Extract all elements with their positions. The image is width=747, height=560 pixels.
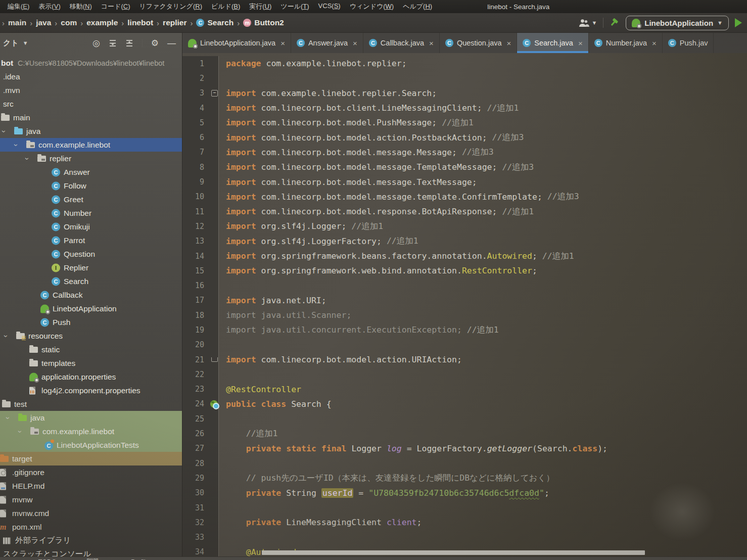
tree-item-mvnw-cmd[interactable]: mvnw.cmd bbox=[0, 506, 182, 520]
breadcrumb-item-button2[interactable]: mButton2 bbox=[243, 18, 284, 27]
breadcrumb-item-replier[interactable]: replier bbox=[163, 18, 186, 27]
breadcrumb-item-linebot[interactable]: linebot bbox=[127, 18, 153, 27]
tree-item-replier[interactable]: ›replier bbox=[0, 152, 182, 165]
close-icon[interactable]: × bbox=[507, 39, 511, 48]
menu-item-e[interactable]: 編集(E) bbox=[3, 2, 34, 11]
tree-item-src[interactable]: src bbox=[0, 97, 182, 111]
tree-item--[interactable]: スクラッチとコンソール bbox=[0, 547, 182, 556]
tree-item-java[interactable]: ›java bbox=[0, 124, 182, 138]
tree-item-callback[interactable]: CCallback bbox=[0, 288, 182, 302]
settings-icon[interactable]: ⚙ bbox=[151, 39, 159, 48]
menu-item-n[interactable]: 移動(N) bbox=[65, 2, 97, 11]
tree-item-push[interactable]: CPush bbox=[0, 315, 182, 329]
tree-item-java[interactable]: ›java bbox=[0, 411, 182, 425]
tree-item-main[interactable]: main bbox=[0, 111, 182, 124]
statusbar-item-profiler[interactable]: ◉Profiler bbox=[122, 557, 151, 560]
menu-item-t[interactable]: ツール(T) bbox=[276, 2, 313, 11]
chevron-expanded-icon[interactable]: › bbox=[0, 130, 8, 132]
tab-linebotapplication-java[interactable]: LinebotApplication.java× bbox=[182, 33, 291, 53]
expand-all-icon[interactable] bbox=[109, 39, 117, 47]
breadcrumb-item-java[interactable]: java bbox=[36, 18, 51, 27]
horizontal-scrollbar[interactable] bbox=[262, 550, 645, 555]
spring-bean-gutter-icon[interactable] bbox=[210, 400, 218, 408]
project-root-row[interactable]: botC:¥Users¥81805¥Downloads¥linebot¥line… bbox=[0, 56, 182, 70]
tree-item-linebotapplicationtests[interactable]: CLinebotApplicationTests bbox=[0, 438, 182, 452]
menu-item-w[interactable]: ウィンドウ(W) bbox=[345, 2, 398, 11]
chevron-expanded-icon[interactable]: › bbox=[16, 430, 24, 433]
tree-item-greet[interactable]: CGreet bbox=[0, 193, 182, 206]
tab-answer-java[interactable]: CAnswer.java× bbox=[291, 33, 363, 53]
statusbar-item[interactable]: ♦ bbox=[230, 557, 233, 560]
menu-item-r[interactable]: リファクタリング(R) bbox=[134, 2, 207, 11]
menu-item-b[interactable]: ビルド(B) bbox=[207, 2, 245, 11]
tree-item-resources[interactable]: ›resources bbox=[0, 329, 182, 343]
tree-item-static[interactable]: static bbox=[0, 343, 182, 356]
menu-item-v[interactable]: 表示(V) bbox=[34, 2, 65, 11]
tab-search-java[interactable]: CSearch.java× bbox=[517, 33, 588, 53]
user-icon[interactable]: ▼ bbox=[579, 19, 597, 27]
tree-item-application-properties[interactable]: application.properties bbox=[0, 370, 182, 384]
close-icon[interactable]: × bbox=[429, 39, 434, 48]
breadcrumb-item-main[interactable]: main bbox=[8, 18, 26, 27]
tree-item--idea[interactable]: .idea bbox=[0, 70, 182, 83]
tree-item-search[interactable]: CSearch bbox=[0, 274, 182, 288]
tree-item-follow[interactable]: CFollow bbox=[0, 179, 182, 193]
tree-item-mvnw[interactable]: mvnw bbox=[0, 493, 182, 506]
tab-callback-java[interactable]: CCallback.java× bbox=[363, 33, 440, 53]
tree-item--gitignore[interactable]: .gitignore bbox=[0, 465, 182, 479]
tab-push-jav[interactable]: CPush.jav bbox=[663, 33, 714, 53]
close-icon[interactable]: × bbox=[578, 39, 583, 48]
tree-item--[interactable]: 外部ライブラリ bbox=[0, 534, 182, 547]
fold-end-icon[interactable] bbox=[211, 357, 218, 362]
breadcrumb-item-example[interactable]: example bbox=[86, 18, 118, 27]
project-panel-title[interactable]: クト ▼ bbox=[3, 38, 28, 48]
hide-panel-icon[interactable]: — bbox=[167, 39, 176, 48]
tree-item-pom-xml[interactable]: mpom.xml bbox=[0, 520, 182, 534]
code-text: import com.linecorp.bot.model.action.Pos… bbox=[219, 130, 524, 145]
tree-item-com-example-linebot[interactable]: ›com.example.linebot bbox=[0, 425, 182, 438]
close-icon[interactable]: × bbox=[652, 39, 657, 48]
close-icon[interactable]: × bbox=[281, 39, 285, 48]
statusbar-item-問題[interactable]: ●問題 bbox=[80, 557, 100, 560]
tree-item-target[interactable]: target bbox=[0, 452, 182, 465]
breadcrumb-item-com[interactable]: com bbox=[61, 18, 77, 27]
collapse-all-icon[interactable] bbox=[125, 39, 133, 47]
chevron-expanded-icon[interactable]: › bbox=[4, 416, 12, 419]
tree-item-help-md[interactable]: HELP.md bbox=[0, 479, 182, 493]
fold-collapse-icon[interactable]: − bbox=[211, 90, 218, 97]
tree-item-replier[interactable]: IReplier bbox=[0, 261, 182, 274]
tree-item-number[interactable]: CNumber bbox=[0, 206, 182, 220]
statusbar-item[interactable]: ↑ bbox=[174, 557, 177, 560]
breadcrumb-item-search[interactable]: CSearch bbox=[196, 18, 234, 27]
tree-item-omikuji[interactable]: COmikuji bbox=[0, 220, 182, 234]
statusbar-item-todo[interactable]: ≡TODO bbox=[31, 557, 56, 560]
menu-item-c[interactable]: コード(C) bbox=[97, 2, 135, 11]
tree-item-templates[interactable]: templates bbox=[0, 356, 182, 370]
statusbar-item[interactable]: ▣ bbox=[201, 557, 207, 560]
run-controls: ▼ LinebotApplication ▼ bbox=[579, 16, 747, 30]
chevron-expanded-icon[interactable]: › bbox=[12, 144, 20, 146]
menu-item-u[interactable]: 実行(U) bbox=[245, 2, 276, 11]
run-icon[interactable] bbox=[735, 18, 742, 27]
code-text bbox=[219, 530, 226, 545]
tree-item-parrot[interactable]: CParrot bbox=[0, 234, 182, 247]
tree-item-label: Parrot bbox=[64, 236, 85, 245]
tree-item-test[interactable]: test bbox=[0, 397, 182, 411]
tree-item-log4j2-component-properties[interactable]: log4j2.component.properties bbox=[0, 384, 182, 397]
chevron-expanded-icon[interactable]: › bbox=[2, 335, 10, 337]
menu-item-h[interactable]: ヘルプ(H) bbox=[398, 2, 437, 11]
statusbar-item[interactable]: ▪ bbox=[6, 557, 8, 560]
tree-item--mvn[interactable]: .mvn bbox=[0, 83, 182, 97]
tab-question-java[interactable]: CQuestion.java× bbox=[440, 33, 517, 53]
build-hammer-icon[interactable] bbox=[610, 18, 620, 28]
close-icon[interactable]: × bbox=[353, 39, 357, 48]
tree-item-linebotapplication[interactable]: LinebotApplication bbox=[0, 302, 182, 315]
locate-icon[interactable]: ◎ bbox=[92, 39, 100, 48]
tree-item-question[interactable]: CQuestion bbox=[0, 247, 182, 261]
run-configuration-select[interactable]: LinebotApplication ▼ bbox=[626, 16, 729, 30]
menu-item-s[interactable]: VCS(S) bbox=[314, 2, 345, 11]
chevron-expanded-icon[interactable]: › bbox=[23, 157, 31, 160]
tab-number-java[interactable]: CNumber.java× bbox=[589, 33, 663, 53]
tree-item-com-example-linebot[interactable]: ›com.example.linebot bbox=[0, 138, 182, 152]
tree-item-answer[interactable]: CAnswer bbox=[0, 165, 182, 179]
